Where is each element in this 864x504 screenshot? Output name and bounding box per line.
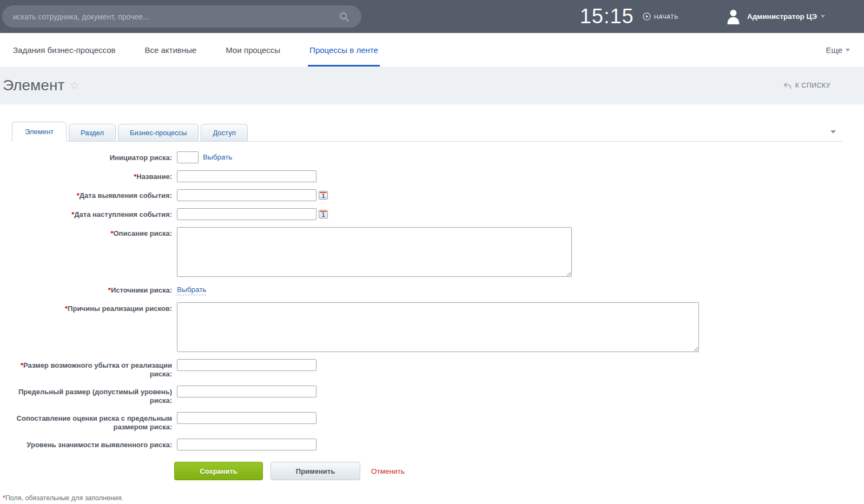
field-label: Предельный размер (допустимый уровень) р… (0, 386, 172, 405)
detection-date-input[interactable] (177, 189, 316, 201)
field-row-risk-initiator: Инициатор риска: Выбрать (0, 151, 864, 163)
worktime-start-button[interactable]: НАЧАТЬ (643, 12, 678, 21)
occurrence-date-input[interactable] (177, 208, 316, 220)
field-label: *Источники риска: (0, 284, 172, 295)
risk-causes-textarea[interactable] (177, 302, 699, 352)
field-row-risk-comparison: Сопоставление оценки риска с предельным … (0, 412, 864, 432)
element-form: Инициатор риска: Выбрать *Название: *Дат… (0, 151, 864, 502)
calendar-icon[interactable]: 1 (319, 191, 328, 200)
field-row-detection-date: *Дата выявления события: 1 (0, 189, 864, 201)
chevron-down-icon (846, 49, 850, 51)
worktime-start-label: НАЧАТЬ (654, 14, 678, 20)
name-input[interactable] (177, 170, 316, 182)
save-button[interactable]: Сохранить (174, 462, 263, 480)
tab-access[interactable]: Доступ (201, 124, 247, 141)
field-label: *Причины реализации рисков: (0, 302, 172, 352)
calendar-icon[interactable]: 1 (319, 210, 328, 218)
cancel-link[interactable]: Отменить (371, 467, 405, 475)
nav-more-menu[interactable]: Еще (826, 33, 850, 67)
favorite-star-icon[interactable]: ☆ (69, 79, 80, 92)
back-to-list-label: К СПИСКУ (795, 82, 830, 89)
main-content: Элемент Раздел Бизнес-процессы Доступ Ин… (0, 122, 864, 502)
user-name: Администратор ЦЭ (747, 12, 817, 21)
tab-element[interactable]: Элемент (12, 122, 67, 142)
return-arrow-icon (783, 82, 792, 89)
tab-section[interactable]: Раздел (69, 124, 116, 141)
field-row-possible-loss: *Размер возможного убытка от реализации … (0, 359, 864, 379)
apply-button[interactable]: Применить (271, 462, 360, 480)
field-label: *Размер возможного убытка от реализации … (0, 359, 172, 379)
risk-limit-input[interactable] (177, 386, 316, 397)
calendar-icon-glyph: 1 (319, 194, 327, 199)
risk-comparison-input[interactable] (177, 412, 316, 424)
play-icon (643, 12, 651, 21)
global-search[interactable] (2, 5, 361, 28)
field-row-name: *Название: (0, 170, 864, 182)
chevron-down-icon (821, 15, 825, 18)
worktime-clock: 15:15 (580, 5, 634, 28)
field-row-risk-causes: *Причины реализации рисков: (0, 302, 864, 352)
field-label: Сопоставление оценки риска с предельным … (0, 412, 172, 432)
nav-item-bp-tasks[interactable]: Задания бизнес-процессов (13, 33, 115, 67)
nav-item-all-active[interactable]: Все активные (144, 33, 196, 67)
possible-loss-input[interactable] (177, 359, 316, 371)
search-input[interactable] (12, 12, 339, 22)
risk-description-textarea[interactable] (177, 227, 572, 277)
field-label: *Дата выявления события: (0, 189, 172, 201)
calendar-icon-glyph: 1 (319, 213, 327, 218)
form-tabs: Элемент Раздел Бизнес-процессы Доступ (12, 122, 842, 142)
field-label: Уровень значимости выявленного риска: (0, 439, 172, 450)
nav-item-my-processes[interactable]: Мои процессы (226, 33, 280, 67)
required-fields-note: *Поля, обязательные для заполнения. (3, 494, 864, 502)
user-menu[interactable]: Администратор ЦЭ (726, 9, 825, 24)
back-to-list-link[interactable]: К СПИСКУ (783, 82, 830, 89)
field-row-occurrence-date: *Дата наступления события: 1 (0, 208, 864, 220)
user-avatar-icon (726, 9, 741, 24)
topbar: 15:15 НАЧАТЬ Администратор ЦЭ (0, 0, 864, 33)
risk-significance-input[interactable] (177, 439, 316, 450)
search-icon[interactable] (339, 11, 349, 22)
section-nav: Задания бизнес-процессов Все активные Мо… (0, 33, 864, 67)
field-label: *Название: (0, 170, 172, 182)
risk-initiator-choose-link[interactable]: Выбрать (203, 151, 232, 163)
field-label: *Описание риска: (0, 227, 172, 277)
field-row-risk-sources: *Источники риска: Выбрать (0, 284, 864, 295)
field-row-risk-limit: Предельный размер (допустимый уровень) р… (0, 386, 864, 405)
field-label: *Дата наступления события: (0, 208, 172, 220)
field-label: Инициатор риска: (0, 151, 172, 163)
tabs-dropdown-icon[interactable] (830, 130, 836, 134)
risk-sources-choose-link[interactable]: Выбрать (177, 285, 206, 295)
nav-more-label: Еще (826, 45, 842, 55)
risk-initiator-input[interactable] (177, 151, 199, 163)
nav-item-processes-feed[interactable]: Процессы в ленте (309, 33, 378, 67)
field-row-risk-description: *Описание риска: (0, 227, 864, 277)
page-title: Элемент (3, 77, 64, 94)
tab-business-processes[interactable]: Бизнес-процессы (118, 124, 199, 141)
field-row-risk-significance: Уровень значимости выявленного риска: (0, 439, 864, 450)
page-header: Элемент ☆ К СПИСКУ (0, 67, 864, 104)
form-actions: Сохранить Применить Отменить (174, 462, 864, 480)
